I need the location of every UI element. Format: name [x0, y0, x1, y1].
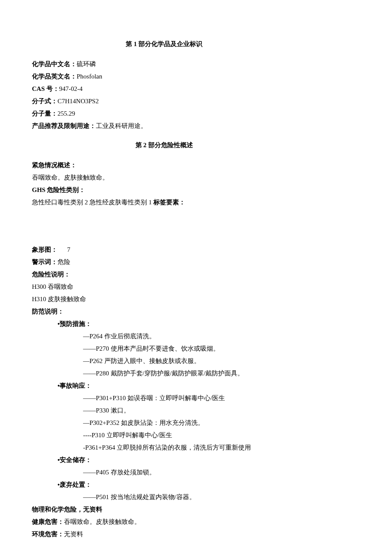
signal-value: 危险 [58, 259, 70, 265]
cas-line: CAS 号：947-02-4 [32, 83, 296, 95]
cas-value: 947-02-4 [59, 85, 83, 92]
pictogram-label: 象形图： [32, 246, 58, 253]
formula-label: 分子式： [32, 98, 58, 105]
signal-line: 警示词：危险 [32, 256, 296, 268]
p310: ----P310 立即呼叫解毒中心/医生 [83, 430, 296, 441]
ghs-value: 急性经口毒性类别 2 急性经皮肤毒性类别 1 [32, 199, 153, 206]
formula-line: 分子式：C7H14NO3PS2 [32, 96, 296, 107]
p501: ——P501 按当地法规处置内装物/容器。 [83, 491, 296, 503]
disposal-label: •废弃处置： [58, 479, 296, 491]
name-cn-label: 化学品中文名： [32, 61, 77, 67]
storage-label: •安全储存： [58, 454, 296, 466]
p330: ——P330 漱口。 [83, 405, 296, 416]
signal-label: 警示词： [32, 259, 58, 265]
health-label: 健康危害： [32, 518, 64, 525]
pictogram-value: 7 [67, 246, 71, 253]
p262: —P262 严防进入眼中、接触皮肤或衣服。 [83, 355, 296, 367]
use-line: 产品推荐及限制用途：工业及科研用途。 [32, 120, 296, 132]
name-en-line: 化学品英文名：Phosfolan [32, 71, 296, 82]
name-en-label: 化学品英文名： [32, 73, 77, 80]
env-value: 无资料 [64, 531, 83, 538]
cas-label: CAS 号： [32, 85, 59, 92]
formula-value: C7H14NO3PS2 [58, 98, 99, 105]
health-line: 健康危害：吞咽致命。皮肤接触致命。 [32, 516, 296, 528]
use-label: 产品推荐及限制用途： [32, 122, 96, 129]
health-value: 吞咽致命。皮肤接触致命。 [64, 518, 141, 525]
mw-line: 分子量：255.29 [32, 108, 296, 119]
emergency-label: 紧急情况概述： [32, 160, 296, 171]
emergency-value: 吞咽致命。皮肤接触致命。 [32, 172, 296, 183]
p301-310: ——P301+P310 如误吞咽：立即呼叫解毒中心/医生 [83, 392, 296, 404]
use-value: 工业及科研用途。 [96, 122, 147, 129]
p361-364: -P361+P364 立即脱掉所有沾染的衣服，清洗后方可重新使用 [83, 442, 296, 453]
mw-value: 255.29 [58, 110, 75, 117]
p302-352: —P302+P352 如皮肤沾染：用水充分清洗。 [83, 417, 296, 429]
p280: ——P280 戴防护手套/穿防护服/戴防护眼罩/戴防护面具。 [83, 368, 296, 379]
section-2-title: 第 2 部分危险性概述 [32, 139, 296, 151]
response-label: •事故响应： [58, 380, 296, 392]
p270: ——P270 使用本产品时不要进食、饮水或吸烟。 [83, 343, 296, 355]
phys-chem-label: 物理和化学危险，无资料 [32, 504, 296, 515]
env-label: 环境危害： [32, 531, 64, 538]
p405: ——P405 存放处须加锁。 [83, 467, 296, 478]
label-elements: 标签要素： [153, 199, 185, 206]
ghs-line: 急性经口毒性类别 2 急性经皮肤毒性类别 1 标签要素： [32, 197, 296, 208]
h300: H300 吞咽致命 [32, 281, 296, 293]
prevention-label: •预防措施： [58, 318, 296, 330]
ghs-label: GHS 危险性类别： [32, 184, 296, 196]
h310: H310 皮肤接触致命 [32, 293, 296, 305]
pictogram-line: 象形图： 7 [32, 244, 296, 256]
section-1-title: 第 1 部分化学品及企业标识 [32, 38, 296, 50]
env-line: 环境危害：无资料 [32, 529, 296, 540]
precaution-label: 防范说明： [32, 306, 296, 317]
hazard-stmt-label: 危险性说明： [32, 269, 296, 280]
name-cn-value: 硫环磷 [77, 61, 96, 67]
name-en-value: Phosfolan [77, 73, 102, 80]
p264: —P264 作业后彻底清洗。 [83, 331, 296, 342]
name-cn-line: 化学品中文名：硫环磷 [32, 58, 296, 70]
mw-label: 分子量： [32, 110, 58, 117]
